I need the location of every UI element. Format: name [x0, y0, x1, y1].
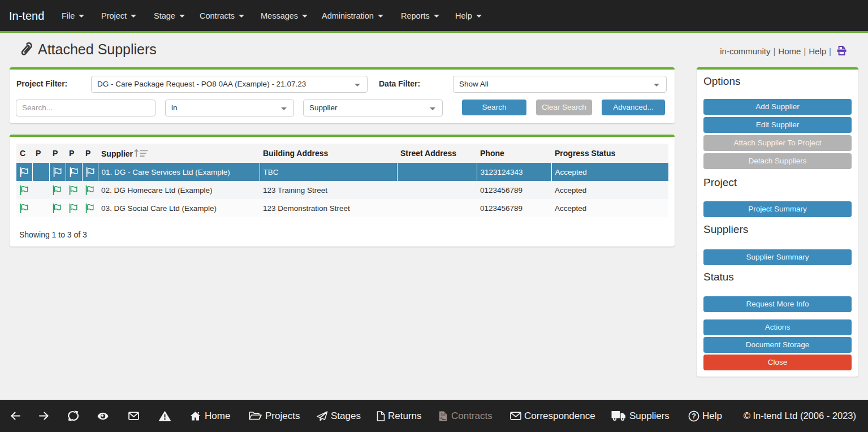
svg-text:?: ?	[692, 412, 696, 420]
